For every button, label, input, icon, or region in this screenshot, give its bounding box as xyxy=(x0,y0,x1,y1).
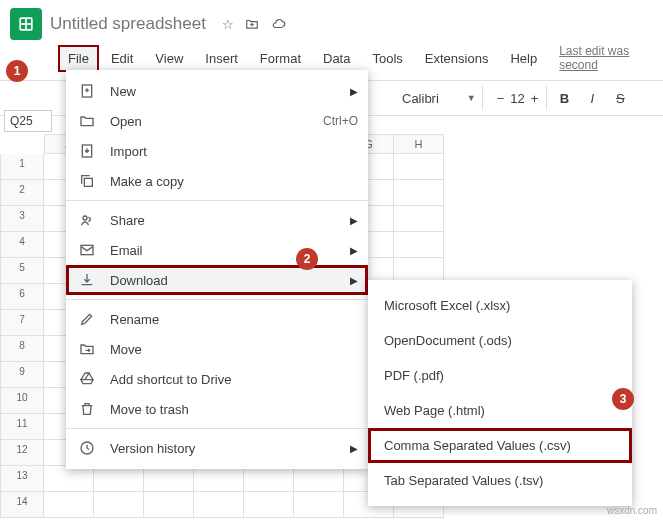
menu-label: Add shortcut to Drive xyxy=(110,372,231,387)
menu-file[interactable]: File xyxy=(58,45,99,72)
submenu-item-ods[interactable]: OpenDocument (.ods) xyxy=(368,323,632,358)
row-header[interactable]: 7 xyxy=(0,310,44,336)
menu-separator xyxy=(66,428,368,429)
column-header[interactable]: H xyxy=(394,134,444,154)
menu-item-import[interactable]: Import xyxy=(66,136,368,166)
cell[interactable] xyxy=(394,206,444,232)
strike-button[interactable]: S xyxy=(609,91,631,106)
document-title[interactable]: Untitled spreadsheet xyxy=(50,14,206,34)
header: Untitled spreadsheet ☆ xyxy=(0,0,663,44)
menu-help[interactable]: Help xyxy=(500,45,547,72)
submenu-item-tsv[interactable]: Tab Separated Values (.tsv) xyxy=(368,463,632,498)
download-submenu: Microsoft Excel (.xlsx) OpenDocument (.o… xyxy=(368,280,632,506)
menu-item-open[interactable]: Open Ctrl+O xyxy=(66,106,368,136)
menu-item-copy[interactable]: Make a copy xyxy=(66,166,368,196)
italic-button[interactable]: I xyxy=(581,91,603,106)
chevron-down-icon: ▼ xyxy=(467,93,476,103)
star-icon[interactable]: ☆ xyxy=(222,17,234,32)
cell[interactable] xyxy=(394,154,444,180)
row-header[interactable]: 6 xyxy=(0,284,44,310)
submenu-arrow-icon: ▶ xyxy=(350,245,358,256)
annotation-badge-3: 3 xyxy=(612,388,634,410)
cell[interactable] xyxy=(144,492,194,518)
menu-extensions[interactable]: Extensions xyxy=(415,45,499,72)
row-header[interactable]: 9 xyxy=(0,362,44,388)
font-name: Calibri xyxy=(402,91,439,106)
submenu-item-csv[interactable]: Comma Separated Values (.csv) xyxy=(368,428,632,463)
annotation-badge-1: 1 xyxy=(6,60,28,82)
bold-button[interactable]: B xyxy=(553,91,575,106)
submenu-item-pdf[interactable]: PDF (.pdf) xyxy=(368,358,632,393)
minus-icon[interactable]: − xyxy=(497,91,505,106)
row-header[interactable]: 3 xyxy=(0,206,44,232)
cell[interactable] xyxy=(294,492,344,518)
shortcut-label: Ctrl+O xyxy=(323,114,358,128)
cell[interactable] xyxy=(244,466,294,492)
menu-item-trash[interactable]: Move to trash xyxy=(66,394,368,424)
menu-item-move[interactable]: Move xyxy=(66,334,368,364)
cell[interactable] xyxy=(294,466,344,492)
plus-icon[interactable]: + xyxy=(531,91,539,106)
last-edit-link[interactable]: Last edit was second xyxy=(559,44,653,72)
menu-item-version-history[interactable]: Version history ▶ xyxy=(66,433,368,463)
row-header[interactable]: 1 xyxy=(0,154,44,180)
menu-item-email[interactable]: Email ▶ xyxy=(66,235,368,265)
font-select[interactable]: Calibri ▼ xyxy=(396,86,483,110)
cell[interactable] xyxy=(44,492,94,518)
menu-label: New xyxy=(110,84,136,99)
menu-item-rename[interactable]: Rename xyxy=(66,304,368,334)
menu-tools[interactable]: Tools xyxy=(362,45,412,72)
cloud-icon[interactable] xyxy=(270,17,288,32)
menu-edit[interactable]: Edit xyxy=(101,45,143,72)
font-size-select[interactable]: − 12 + xyxy=(489,86,548,110)
cell[interactable] xyxy=(44,466,94,492)
folder-icon xyxy=(78,113,96,129)
menu-view[interactable]: View xyxy=(145,45,193,72)
row-header[interactable]: 5 xyxy=(0,258,44,284)
menu-format[interactable]: Format xyxy=(250,45,311,72)
sheets-logo[interactable] xyxy=(10,8,42,40)
row-header[interactable]: 8 xyxy=(0,336,44,362)
menu-label: Version history xyxy=(110,441,195,456)
cell[interactable] xyxy=(94,466,144,492)
download-icon xyxy=(78,272,96,288)
cell[interactable] xyxy=(94,492,144,518)
email-icon xyxy=(78,242,96,258)
menu-item-new[interactable]: New ▶ xyxy=(66,76,368,106)
import-icon xyxy=(78,143,96,159)
menu-item-download[interactable]: Download ▶ xyxy=(66,265,368,295)
row-header[interactable]: 10 xyxy=(0,388,44,414)
submenu-item-html[interactable]: Web Page (.html) xyxy=(368,393,632,428)
cell[interactable] xyxy=(194,492,244,518)
row-header[interactable]: 13 xyxy=(0,466,44,492)
new-icon xyxy=(78,83,96,99)
menu-item-share[interactable]: Share ▶ xyxy=(66,205,368,235)
menu-data[interactable]: Data xyxy=(313,45,360,72)
svg-point-8 xyxy=(83,216,87,220)
menu-label: Move to trash xyxy=(110,402,189,417)
row-header[interactable]: 2 xyxy=(0,180,44,206)
submenu-item-xlsx[interactable]: Microsoft Excel (.xlsx) xyxy=(368,288,632,323)
row-header[interactable]: 4 xyxy=(0,232,44,258)
cell[interactable] xyxy=(394,232,444,258)
row-header[interactable]: 11 xyxy=(0,414,44,440)
menu-insert[interactable]: Insert xyxy=(195,45,248,72)
cell[interactable] xyxy=(144,466,194,492)
name-box[interactable]: Q25 xyxy=(4,110,52,132)
row-header[interactable]: 14 xyxy=(0,492,44,518)
trash-icon xyxy=(78,401,96,417)
cell[interactable] xyxy=(194,466,244,492)
submenu-arrow-icon: ▶ xyxy=(350,86,358,97)
cell[interactable] xyxy=(394,180,444,206)
move-folder-icon xyxy=(78,341,96,357)
submenu-arrow-icon: ▶ xyxy=(350,275,358,286)
row-header[interactable]: 12 xyxy=(0,440,44,466)
share-icon xyxy=(78,212,96,228)
svg-rect-1 xyxy=(21,19,25,23)
move-icon[interactable] xyxy=(244,17,260,32)
menu-item-add-shortcut[interactable]: Add shortcut to Drive xyxy=(66,364,368,394)
menu-label: Download xyxy=(110,273,168,288)
menu-label: Share xyxy=(110,213,145,228)
file-menu-dropdown: New ▶ Open Ctrl+O Import Make a copy Sha… xyxy=(66,70,368,469)
cell[interactable] xyxy=(244,492,294,518)
